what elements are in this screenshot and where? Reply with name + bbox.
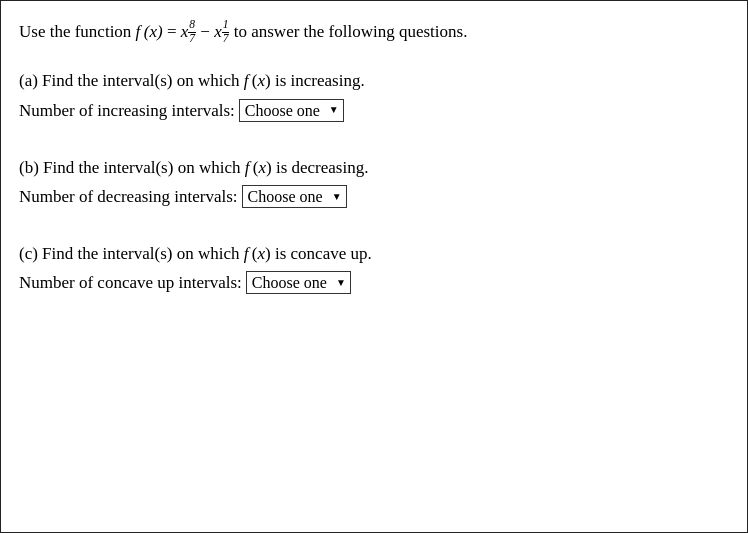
section-c-text: (c) Find the interval(s) on which f (x) … [19, 240, 725, 267]
increasing-intervals-select[interactable]: Choose one 0 1 2 3 4 [239, 99, 344, 122]
function-notation: f (x) [136, 22, 163, 41]
section-b-row-label: Number of decreasing intervals: [19, 183, 238, 210]
section-b: (b) Find the interval(s) on which f (x) … [19, 154, 725, 210]
decreasing-dropdown-wrapper[interactable]: Choose one 0 1 2 3 4 [242, 183, 347, 210]
section-b-row: Number of decreasing intervals: Choose o… [19, 183, 725, 210]
section-a-label: (a) Find the interval(s) on which f (x) … [19, 71, 365, 90]
intro-text: Use the function [19, 22, 136, 41]
intro-tail: to answer the following questions. [234, 22, 468, 41]
equals-sign: = [167, 22, 181, 41]
section-a-row-label: Number of increasing intervals: [19, 97, 235, 124]
increasing-dropdown-wrapper[interactable]: Choose one 0 1 2 3 4 [239, 97, 344, 124]
minus-sign: − [200, 22, 214, 41]
section-c-row: Number of concave up intervals: Choose o… [19, 269, 725, 296]
decreasing-intervals-select[interactable]: Choose one 0 1 2 3 4 [242, 185, 347, 208]
section-c-row-label: Number of concave up intervals: [19, 269, 242, 296]
page-container: Use the function f (x) = x87 − x17 to an… [0, 0, 748, 533]
section-c-label: (c) Find the interval(s) on which f (x) … [19, 244, 372, 263]
section-c: (c) Find the interval(s) on which f (x) … [19, 240, 725, 296]
section-a: (a) Find the interval(s) on which f (x) … [19, 67, 725, 123]
term1: x87 [181, 19, 196, 45]
term2: x17 [214, 19, 229, 45]
section-b-label: (b) Find the interval(s) on which f (x) … [19, 158, 368, 177]
intro-line: Use the function f (x) = x87 − x17 to an… [19, 19, 725, 45]
section-b-text: (b) Find the interval(s) on which f (x) … [19, 154, 725, 181]
section-a-row: Number of increasing intervals: Choose o… [19, 97, 725, 124]
concave-up-intervals-select[interactable]: Choose one 0 1 2 3 4 [246, 271, 351, 294]
concave-up-dropdown-wrapper[interactable]: Choose one 0 1 2 3 4 [246, 269, 351, 296]
section-a-text: (a) Find the interval(s) on which f (x) … [19, 67, 725, 94]
